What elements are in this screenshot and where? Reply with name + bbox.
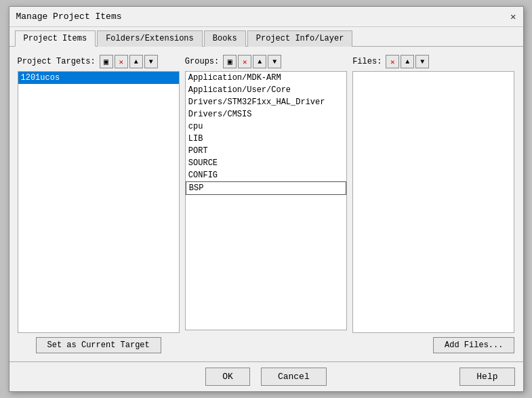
groups-footer: [185, 334, 347, 353]
targets-list[interactable]: 1201ucos: [18, 71, 180, 333]
list-item[interactable]: Drivers/CMSIS: [186, 108, 346, 120]
down-arrow-icon: ▼: [420, 58, 424, 66]
targets-panel-header: Project Targets: ▣ ✕ ▲ ▼: [18, 55, 180, 68]
groups-down-button[interactable]: ▼: [268, 55, 281, 68]
down-arrow-icon: ▼: [272, 58, 277, 66]
list-item[interactable]: Application/MDK-ARM: [186, 72, 346, 84]
tab-bar: Project Items Folders/Extensions Books P…: [9, 27, 523, 47]
new-icon: ▣: [228, 57, 232, 67]
files-down-button[interactable]: ▼: [415, 55, 429, 68]
list-item[interactable]: PORT: [186, 145, 346, 157]
files-panel: Files: ✕ ▲ ▼ Add Files...: [352, 55, 514, 353]
targets-new-button[interactable]: ▣: [100, 55, 113, 68]
targets-footer: Set as Current Target: [18, 337, 180, 353]
ok-button[interactable]: OK: [205, 368, 250, 386]
footer-row: OK Cancel Help: [18, 368, 515, 386]
list-item[interactable]: CONFIG: [186, 169, 346, 181]
list-item[interactable]: LIB: [186, 133, 346, 145]
new-icon: ▣: [104, 57, 108, 67]
files-up-button[interactable]: ▲: [401, 55, 414, 68]
close-button[interactable]: ✕: [510, 11, 516, 22]
help-button[interactable]: Help: [459, 368, 514, 386]
dialog-footer: OK Cancel Help: [9, 361, 523, 391]
manage-project-items-dialog: Manage Project Items ✕ Project Items Fol…: [9, 6, 524, 392]
list-item[interactable]: Drivers/STM32F1xx_HAL_Driver: [186, 96, 346, 108]
list-item[interactable]: Application/User/Core: [186, 84, 346, 96]
tab-project-items[interactable]: Project Items: [15, 30, 96, 47]
files-footer: Add Files...: [352, 337, 514, 353]
list-item[interactable]: cpu: [186, 120, 346, 133]
targets-up-button[interactable]: ▲: [129, 55, 143, 68]
groups-up-button[interactable]: ▲: [253, 55, 266, 68]
tab-folders-extensions[interactable]: Folders/Extensions: [97, 30, 203, 47]
list-item[interactable]: SOURCE: [186, 157, 346, 169]
up-arrow-icon: ▲: [405, 58, 409, 66]
up-arrow-icon: ▲: [134, 58, 138, 66]
cancel-button[interactable]: Cancel: [261, 368, 327, 386]
groups-new-button[interactable]: ▣: [223, 55, 237, 68]
targets-panel: Project Targets: ▣ ✕ ▲ ▼ 1201ucos: [18, 55, 180, 353]
help-btn-wrap: Help: [459, 368, 514, 386]
targets-label: Project Targets:: [18, 57, 96, 66]
groups-panel-header: Groups: ▣ ✕ ▲ ▼: [185, 55, 347, 68]
groups-list[interactable]: Application/MDK-ARMApplication/User/Core…: [185, 71, 347, 330]
groups-panel: Groups: ▣ ✕ ▲ ▼ Application/MDK-ARMAppli…: [185, 55, 347, 353]
delete-icon: ✕: [243, 58, 247, 66]
delete-icon: ✕: [119, 58, 123, 66]
delete-icon: ✕: [390, 58, 395, 66]
files-label: Files:: [352, 57, 382, 66]
set-current-target-button[interactable]: Set as Current Target: [36, 337, 161, 353]
tab-project-info-layer[interactable]: Project Info/Layer: [247, 30, 353, 47]
list-item[interactable]: 1201ucos: [18, 72, 179, 84]
groups-label: Groups:: [185, 57, 219, 66]
title-bar: Manage Project Items ✕: [9, 7, 523, 27]
dialog-title: Manage Project Items: [16, 12, 122, 22]
tab-books[interactable]: Books: [204, 30, 246, 47]
panels-container: Project Targets: ▣ ✕ ▲ ▼ 1201ucos: [18, 55, 515, 353]
add-files-button[interactable]: Add Files...: [433, 337, 514, 353]
up-arrow-icon: ▲: [258, 58, 262, 66]
files-delete-button[interactable]: ✕: [386, 55, 399, 68]
down-arrow-icon: ▼: [149, 58, 153, 66]
files-panel-header: Files: ✕ ▲ ▼: [352, 55, 514, 68]
targets-delete-button[interactable]: ✕: [115, 55, 128, 68]
groups-delete-button[interactable]: ✕: [238, 55, 251, 68]
targets-down-button[interactable]: ▼: [144, 55, 158, 68]
list-item[interactable]: BSP: [186, 181, 346, 195]
main-content: Project Targets: ▣ ✕ ▲ ▼ 1201ucos: [9, 47, 523, 361]
files-list[interactable]: [352, 71, 514, 333]
